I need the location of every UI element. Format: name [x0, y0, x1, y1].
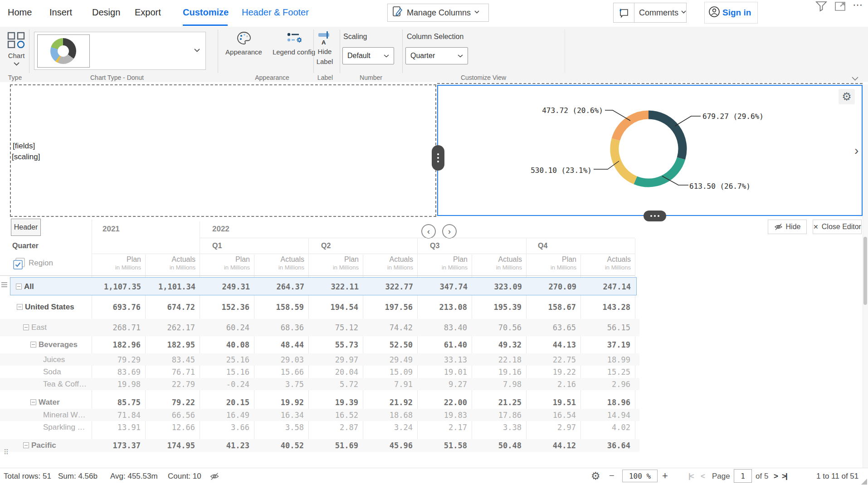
- scrollbar-thumb[interactable]: [863, 237, 867, 305]
- menu-item-header-footer[interactable]: Header & Footer: [242, 7, 309, 18]
- zoom-level-input[interactable]: 100 %: [622, 470, 658, 482]
- value-cell: 19.98: [93, 380, 141, 389]
- table-row-mineral-w-[interactable]: Mineral W…71.8466.5616.4916.3416.5218.68…: [0, 409, 639, 421]
- value-cell: 19.22: [528, 367, 576, 377]
- scaling-dropdown[interactable]: Default: [342, 47, 394, 64]
- checkbox-checked-icon[interactable]: [13, 257, 25, 272]
- collapse-toggle-icon[interactable]: [30, 342, 36, 348]
- collapse-toggle-icon[interactable]: [16, 284, 22, 289]
- donut-segment[interactable]: [614, 140, 635, 181]
- collapse-ribbon-icon[interactable]: [852, 77, 858, 81]
- column-selection-value: Quarter: [410, 52, 435, 60]
- value-cell: -0.24: [201, 380, 249, 389]
- comments-button[interactable]: Comments: [613, 3, 687, 23]
- panel-next-chevron-icon[interactable]: ›: [854, 143, 858, 158]
- value-cell: 61.40: [419, 340, 467, 349]
- prev-chart-button[interactable]: ‹: [421, 224, 436, 239]
- table-row-all[interactable]: All1,107.351,101.34249.31264.37322.11322…: [10, 277, 637, 295]
- collapse-toggle-icon[interactable]: [23, 442, 29, 448]
- year-2022-label[interactable]: 2022: [212, 225, 229, 234]
- menu-item-insert[interactable]: Insert: [49, 7, 72, 18]
- settings-gear-icon[interactable]: ⚙: [591, 470, 600, 482]
- last-page-button[interactable]: >|: [782, 472, 787, 481]
- table-row-juices[interactable]: Juices79.2983.4525.1629.0329.9729.4933.1…: [0, 353, 639, 366]
- row-menu-icon[interactable]: [1, 281, 8, 290]
- measure-header[interactable]: Actualsin Millions: [254, 255, 304, 271]
- collapse-toggle-icon[interactable]: [17, 304, 23, 310]
- measure-header[interactable]: Planin Millions: [417, 255, 468, 271]
- table-row-east[interactable]: East268.71262.1760.2468.3675.1274.4283.4…: [0, 319, 639, 336]
- stats-eye-off-icon[interactable]: [210, 472, 219, 483]
- manage-columns-button[interactable]: Manage Columns: [387, 4, 489, 22]
- table-row-tea-coff-[interactable]: Tea & Coff…19.9822.79-0.243.755.727.919.…: [0, 378, 639, 390]
- next-page-button[interactable]: >: [774, 472, 778, 481]
- first-page-button[interactable]: |<: [688, 472, 693, 481]
- chart-type-preview[interactable]: [34, 32, 206, 70]
- measure-header[interactable]: Planin Millions: [90, 255, 141, 271]
- header-box-button[interactable]: Header: [11, 219, 41, 236]
- menu-item-design[interactable]: Design: [92, 7, 120, 18]
- chart-settings-gear-icon[interactable]: ⚙: [839, 89, 855, 104]
- column-selection-dropdown[interactable]: Quarter: [405, 47, 468, 64]
- donut-segment[interactable]: [649, 115, 683, 158]
- close-editor-button[interactable]: ✕ Close Editor: [813, 220, 862, 234]
- hide-label-button[interactable]: A Hide Label: [312, 30, 337, 65]
- zoom-in-button[interactable]: +: [662, 470, 668, 482]
- hide-editor-label: Hide: [786, 223, 801, 231]
- collapse-toggle-icon[interactable]: [30, 399, 36, 405]
- measure-header[interactable]: Planin Millions: [199, 255, 250, 271]
- zoom-out-button[interactable]: −: [609, 470, 614, 481]
- menu-item-customize[interactable]: Customize: [183, 7, 229, 18]
- quarter-header-q2[interactable]: Q2: [321, 242, 331, 250]
- appearance-button[interactable]: Appearance: [222, 31, 265, 56]
- chevron-down-icon[interactable]: [194, 49, 200, 52]
- measure-header[interactable]: Actualsin Millions: [362, 255, 413, 271]
- table-row-sparkling-[interactable]: Sparkling …13.9112.663.663.582.873.242.1…: [0, 421, 639, 433]
- measure-header[interactable]: Planin Millions: [308, 255, 359, 271]
- value-cell: 45.96: [365, 441, 413, 450]
- value-cell: 262.17: [147, 323, 195, 332]
- measure-header[interactable]: Actualsin Millions: [471, 255, 522, 271]
- expand-icon[interactable]: [834, 1, 846, 13]
- value-cell: 18.68: [365, 411, 413, 420]
- chart-type-button[interactable]: Chart: [5, 32, 27, 68]
- year-2021-label[interactable]: 2021: [102, 225, 120, 234]
- filter-icon[interactable]: [815, 1, 827, 14]
- row-label: Sparkling …: [43, 423, 85, 432]
- panel-drag-handle[interactable]: [432, 145, 444, 171]
- table-row-soda[interactable]: Soda83.6976.7115.1615.6620.0415.0919.011…: [0, 366, 639, 378]
- table-row-water[interactable]: Water85.7579.2220.1519.9219.3921.9222.00…: [0, 396, 639, 409]
- donut-segment[interactable]: [635, 158, 681, 183]
- table-row-beverages[interactable]: Beverages182.96182.9540.0848.4455.7352.5…: [0, 336, 639, 353]
- row-drag-handle-icon[interactable]: ⠿: [4, 448, 9, 456]
- quarter-header-q1[interactable]: Q1: [212, 242, 222, 250]
- more-options-icon[interactable]: ⋯: [853, 0, 863, 11]
- page-number-input[interactable]: 1: [734, 469, 752, 483]
- row-dimension-label[interactable]: Quarter: [12, 242, 39, 250]
- measure-subtitle: in Millions: [199, 264, 250, 271]
- sign-in-button[interactable]: Sign in: [704, 2, 758, 24]
- measure-header[interactable]: Actualsin Millions: [145, 255, 195, 271]
- add-comment-icon[interactable]: [614, 3, 634, 22]
- table-row-pacific[interactable]: Pacific173.37174.9541.2340.5251.6945.965…: [0, 439, 639, 452]
- collapse-toggle-icon[interactable]: [23, 324, 29, 330]
- next-chart-button[interactable]: ›: [442, 224, 457, 239]
- menu-item-home[interactable]: Home: [8, 7, 32, 18]
- quarter-header-q4[interactable]: Q4: [538, 242, 547, 250]
- measure-header[interactable]: Planin Millions: [526, 255, 576, 271]
- table-row-united-states[interactable]: United States693.76674.72152.36158.59194…: [0, 295, 639, 319]
- hide-editor-button[interactable]: Hide: [768, 220, 807, 234]
- resize-grip[interactable]: [861, 479, 867, 485]
- vertical-scrollbar[interactable]: [863, 84, 868, 468]
- donut-segment[interactable]: [616, 115, 649, 140]
- col-dimension-label[interactable]: Region: [29, 259, 53, 268]
- value-cell: 693.76: [93, 303, 141, 312]
- prev-page-button[interactable]: <: [701, 472, 705, 481]
- quarter-header-q3[interactable]: Q3: [430, 242, 439, 250]
- value-cell: 36.64: [582, 441, 630, 450]
- menu-item-export[interactable]: Export: [135, 7, 161, 18]
- panel-more-handle[interactable]: [644, 211, 666, 221]
- chart-preview-panel[interactable]: [437, 85, 863, 216]
- measure-header[interactable]: Actualsin Millions: [580, 255, 631, 271]
- editor-fields-panel[interactable]: [fields] [scaling]: [10, 84, 436, 217]
